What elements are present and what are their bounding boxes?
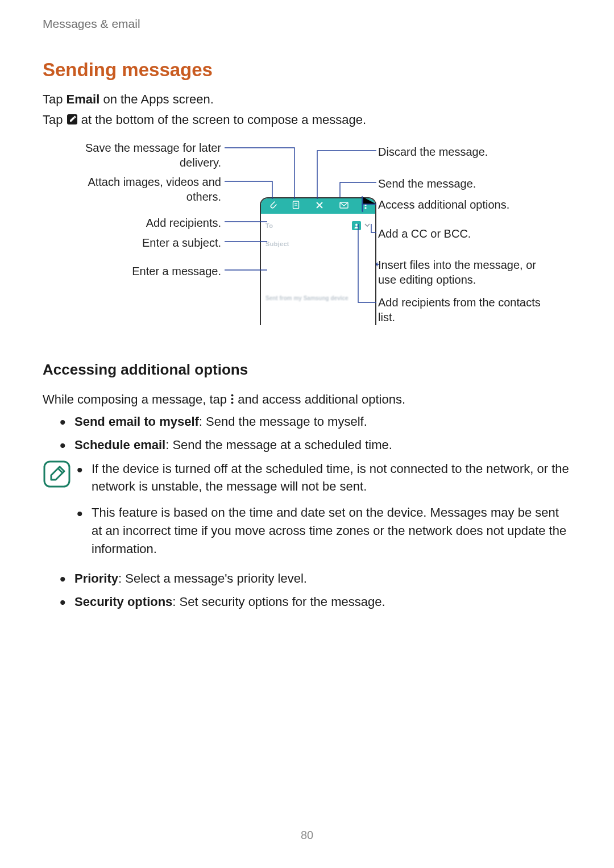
compose-diagram: To Subject Sent from my Samsung device — [71, 140, 566, 334]
email-app-name: Email — [67, 92, 100, 106]
compose-icon — [67, 113, 78, 130]
callout-recipients: Add recipients. — [73, 215, 221, 230]
svg-point-17 — [231, 394, 234, 397]
svg-rect-20 — [44, 462, 69, 487]
page-title: Sending messages — [43, 59, 571, 81]
intro-line-1: Tap Email on the Apps screen. — [43, 91, 571, 108]
option-desc: : Send the message to myself. — [199, 414, 367, 429]
breadcrumb: Messages & email — [43, 17, 571, 31]
text: at the bottom of the screen to compose a… — [78, 113, 367, 127]
intro-line-2: Tap at the bottom of the screen to compo… — [43, 111, 571, 130]
options-list-2: Priority: Select a message's priority le… — [43, 570, 571, 610]
option-name: Schedule email — [74, 438, 165, 452]
list-item: Send email to myself: Send the message t… — [60, 413, 571, 430]
callout-insert: Insert files into the message, or use ed… — [378, 258, 554, 287]
text: Tap — [43, 113, 67, 127]
option-desc: : Select a message's priority level. — [118, 571, 307, 585]
section-heading: Accessing additional options — [43, 361, 571, 379]
svg-point-19 — [231, 402, 234, 404]
option-name: Priority — [74, 571, 118, 585]
callout-contacts: Add recipients from the contacts list. — [378, 295, 554, 325]
note-block: If the device is turned off at the sched… — [43, 460, 571, 566]
note-list: If the device is turned off at the sched… — [77, 460, 571, 566]
callout-save: Save the message for later delivery. — [73, 140, 221, 170]
callout-subject: Enter a subject. — [73, 235, 221, 250]
callout-options: Access additional options. — [378, 197, 554, 212]
text: While composing a message, tap — [43, 392, 230, 406]
option-desc: : Set security options for the message. — [172, 595, 385, 609]
callout-ccbcc: Add a CC or BCC. — [378, 226, 554, 241]
note-icon — [43, 460, 77, 566]
option-name: Send email to myself — [74, 414, 199, 429]
list-item: If the device is turned off at the sched… — [77, 460, 571, 496]
text: Tap — [43, 92, 67, 106]
text: and access additional options. — [234, 392, 405, 406]
option-name: Security options — [74, 595, 172, 609]
page-number: 80 — [0, 829, 614, 842]
list-item: Schedule email: Send the message at a sc… — [60, 436, 571, 454]
options-intro: While composing a message, tap and acces… — [43, 391, 571, 409]
list-item: This feature is based on the time and da… — [77, 504, 571, 558]
callout-message: Enter a message. — [73, 264, 221, 279]
callout-discard: Discard the message. — [378, 144, 554, 159]
option-desc: : Send the message at a scheduled time. — [165, 438, 392, 452]
list-item: Priority: Select a message's priority le… — [60, 570, 571, 587]
svg-point-18 — [231, 398, 234, 400]
callout-send: Send the message. — [378, 176, 554, 191]
text: on the Apps screen. — [99, 92, 214, 106]
options-list-1: Send email to myself: Send the message t… — [43, 413, 571, 454]
callout-attach: Attach images, videos and others. — [73, 175, 221, 204]
list-item: Security options: Set security options f… — [60, 593, 571, 610]
